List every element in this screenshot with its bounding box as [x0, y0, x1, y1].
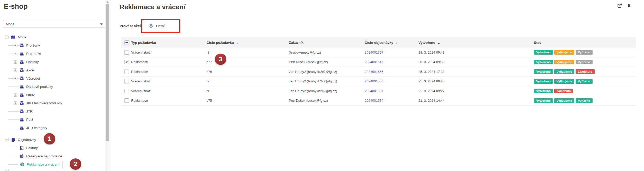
expand-toggle-icon[interactable]: + [14, 60, 17, 64]
status-badge: Vyřizujeme [554, 69, 574, 74]
close-icon[interactable]: ✖ [626, 3, 632, 8]
cell-order-number-link[interactable]: 2024001574 [365, 99, 383, 102]
expand-toggle-icon[interactable]: + [14, 101, 17, 105]
cell-status: VytvořenoZamítnuto [534, 89, 636, 93]
expand-toggle-icon[interactable]: + [14, 77, 17, 80]
cell-request-number[interactable]: c76 [207, 70, 289, 74]
column-header-vytvo-eno[interactable]: Vytvořeno▲ [418, 41, 534, 45]
cell-order-number-link[interactable]: 2024001556 [365, 79, 383, 83]
column-header-label[interactable]: Vytvořeno [418, 41, 435, 45]
sidebar-scrollbar[interactable] [105, 0, 109, 171]
cell-request-number[interactable]: c75 [207, 99, 289, 102]
table-row[interactable]: Vrácení zbožír3(hruby+empty@fg.cz)202400… [121, 48, 636, 57]
scroll-up-button[interactable] [105, 0, 109, 4]
expand-toggle-cutoff[interactable]: − [5, 169, 8, 171]
row-checkbox[interactable] [124, 60, 129, 64]
row-checkbox[interactable] [124, 70, 129, 74]
column-header-z-kazn-k[interactable]: Zákazník [289, 41, 365, 45]
sort-down-icon[interactable]: ∨ [236, 41, 239, 45]
row-checkbox[interactable] [124, 89, 129, 93]
tree-item-reklamace-a-vr-cen[interactable]: Reklamace a vrácení [0, 160, 104, 168]
column-header-label[interactable]: Číslo objednávky [365, 41, 393, 45]
table-row[interactable]: Reklamacec75Petr Dušek (dusek@fg.cz)2024… [121, 96, 636, 106]
cell-order-number-link[interactable]: 2024001657 [365, 50, 383, 54]
expand-toggle-icon[interactable]: + [14, 69, 17, 72]
cell-order-number-link[interactable]: 2024001556 [365, 70, 383, 74]
cell-order-number[interactable]: 2024001637 [365, 89, 418, 93]
cell-order-number[interactable]: 2024001574 [365, 99, 418, 102]
tree-item-label: Reklamace a vrácení [27, 163, 59, 166]
column-header-label[interactable]: Stav [534, 41, 541, 45]
column-header-typ-po-adavku[interactable]: Typ požadavku [131, 41, 207, 45]
tree-item-jko-testovac-produkty[interactable]: +JKO testovací produkty [0, 99, 104, 107]
status-badge: Vyřízeno [576, 98, 593, 103]
expand-toggle-icon[interactable]: + [14, 52, 17, 55]
cell-order-number[interactable]: 2024001515 [365, 60, 418, 64]
detail-button[interactable]: Detail [145, 22, 169, 30]
tree-item-d-rkov-poukazy[interactable]: Dárkové poukazy [0, 82, 104, 91]
action-label: Provést akci: [120, 24, 142, 28]
shop-select[interactable]: Móda [3, 20, 105, 28]
tree-item-dopl-ky[interactable]: +Doplňky [0, 58, 104, 66]
invoice-icon [20, 146, 24, 150]
cell-request-type-text: Reklamace [131, 99, 148, 102]
cell-request-number[interactable]: r2 [207, 79, 289, 83]
table-row[interactable]: Vrácení zbožír1Jan Hruby2 (hruby+b2c2@fg… [121, 86, 636, 96]
row-checkbox[interactable] [124, 98, 129, 103]
column-header-label[interactable]: Typ požadavku [131, 41, 156, 45]
cell-request-type: Reklamace [131, 70, 207, 74]
cell-request-number-link[interactable]: c75 [207, 99, 212, 102]
cell-order-number-link[interactable]: 2024001637 [365, 89, 383, 93]
cell-order-number[interactable]: 2024001657 [365, 50, 418, 54]
category-icon [20, 43, 24, 48]
cell-created-text: 28. 3. 2024 09:30 [418, 60, 444, 64]
tree-item-pro-mu-e[interactable]: +Pro muže [0, 49, 104, 58]
tree-item-pro-eny[interactable]: +Pro ženy [0, 41, 104, 49]
row-checkbox[interactable] [124, 50, 129, 55]
open-in-new-icon[interactable] [617, 3, 622, 8]
column-header-slo-objedn-vky[interactable]: Číslo objednávky∨ [365, 41, 418, 45]
tree-item-akce[interactable]: +Akce [0, 66, 104, 74]
tree-item-v-prodej[interactable]: +Výprodej [0, 74, 104, 82]
column-header-stav[interactable]: Stav [534, 41, 636, 45]
tree-item-jhr-category[interactable]: JHR category [0, 124, 104, 132]
expand-toggle-icon[interactable]: + [14, 44, 17, 47]
cell-created-text: 25. 3. 2024 17:38 [418, 70, 444, 74]
cell-order-number[interactable]: 2024001556 [365, 79, 418, 83]
column-header-slo-po-adavku[interactable]: Číslo požadavku∨ [207, 41, 289, 45]
cell-request-number-link[interactable]: c76 [207, 70, 212, 74]
cell-request-number[interactable]: c77 [207, 60, 289, 64]
main-panel: Reklamace a vrácení ✖ Provést akci: Deta… [111, 0, 644, 171]
cell-customer: Jan Hruby2 (hruby+b2c2@fg.cz) [289, 70, 365, 74]
selected-tree-item-box[interactable]: Reklamace a vrácení [18, 161, 63, 168]
column-header-label[interactable]: Zákazník [289, 41, 303, 45]
sort-up-icon[interactable]: ▲ [438, 41, 440, 44]
cell-customer: (hruby+empty@fg.cz) [289, 50, 365, 54]
table-row[interactable]: Vrácení zbožír2Jan Hruby2 (hruby+b2c2@fg… [121, 77, 636, 87]
tree-item-plu[interactable]: PLU [0, 115, 104, 124]
cell-order-number-link[interactable]: 2024001515 [365, 60, 383, 64]
table-row[interactable]: Reklamacec77Petr Dušek (dusek@fg.cz)2024… [121, 57, 636, 67]
table-row[interactable]: Reklamacec76Jan Hruby2 (hruby+b2c2@fg.cz… [121, 67, 636, 77]
scrollbar-thumb[interactable] [106, 4, 109, 141]
orders-icon [11, 138, 15, 142]
cell-request-number-link[interactable]: c77 [207, 60, 212, 64]
cell-request-number-link[interactable]: r3 [207, 50, 210, 54]
cell-order-number[interactable]: 2024001556 [365, 70, 418, 74]
select-all-checkbox[interactable] [124, 40, 129, 45]
cell-request-number[interactable]: r3 [207, 50, 289, 54]
row-checkbox[interactable] [124, 79, 129, 83]
tree-item-faktury[interactable]: Faktury [0, 144, 104, 152]
status-badge: Vyřízeno [576, 50, 593, 55]
collapse-toggle-icon[interactable]: − [5, 36, 8, 39]
expand-toggle-icon[interactable]: + [14, 93, 17, 97]
column-header-label[interactable]: Číslo požadavku [207, 41, 234, 45]
tree-item-objedn-vky[interactable]: −Objednávky [0, 135, 104, 144]
collapse-toggle-icon[interactable]: − [5, 138, 8, 141]
tree-item-m-da[interactable]: −Móda [0, 33, 104, 41]
tree-item-jtr[interactable]: JTR [0, 107, 104, 115]
tree-item-rezervace-na-prodejn[interactable]: Rezervace na prodejně [0, 152, 104, 160]
sort-down-icon[interactable]: ∨ [396, 41, 398, 45]
cell-request-number-link[interactable]: r2 [207, 79, 210, 83]
tree-item-obuv[interactable]: +Obuv [0, 91, 104, 99]
